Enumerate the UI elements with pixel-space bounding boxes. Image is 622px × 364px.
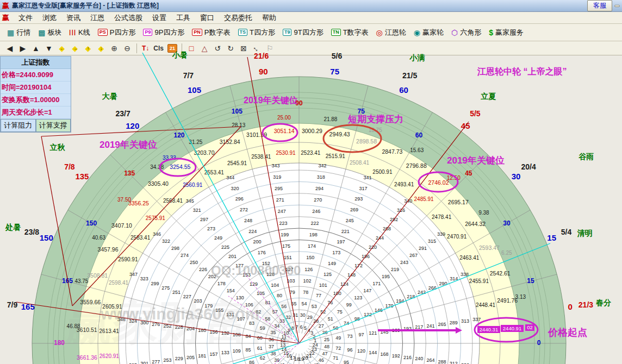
svg-text:341: 341 — [364, 175, 372, 180]
svg-text:3305.40: 3305.40 — [148, 180, 169, 187]
svg-text:21.88: 21.88 — [324, 116, 337, 122]
svg-text:178: 178 — [217, 281, 226, 286]
svg-text:180: 180 — [54, 339, 65, 347]
svg-text:15: 15 — [527, 277, 534, 285]
svg-text:小暑: 小暑 — [172, 51, 188, 59]
svg-text:2515.91: 2515.91 — [326, 153, 346, 159]
svg-text:275: 275 — [161, 285, 170, 291]
svg-text:271: 271 — [276, 197, 284, 203]
svg-text:325: 325 — [129, 362, 137, 364]
svg-text:102: 102 — [303, 278, 312, 284]
svg-text:313: 313 — [461, 318, 469, 324]
svg-text:34.38: 34.38 — [150, 164, 164, 170]
svg-text:短期支撑压力: 短期支撑压力 — [347, 114, 403, 124]
svg-text:149: 149 — [328, 261, 336, 266]
svg-text:299: 299 — [151, 281, 159, 286]
svg-text:3: 3 — [310, 330, 313, 336]
svg-text:226: 226 — [199, 267, 207, 272]
svg-text:7/7: 7/7 — [183, 71, 194, 80]
svg-text:谷雨: 谷雨 — [578, 152, 594, 161]
svg-text:195: 195 — [382, 274, 390, 279]
svg-text:217: 217 — [415, 324, 423, 330]
svg-text:264: 264 — [426, 357, 434, 363]
gann-wheel-chart[interactable]: 1234567891011121314151617181920212223242… — [0, 0, 622, 364]
svg-text:73: 73 — [347, 334, 352, 339]
svg-text:154: 154 — [227, 288, 235, 293]
svg-text:2470.91: 2470.91 — [447, 234, 467, 240]
svg-text:249: 249 — [214, 235, 222, 241]
svg-text:2530.91: 2530.91 — [276, 150, 296, 156]
svg-text:6: 6 — [300, 324, 302, 330]
info-row-3: 周天变化步长=1 — [1, 106, 71, 119]
svg-text:春分: 春分 — [595, 298, 611, 307]
svg-text:2545.91: 2545.91 — [227, 160, 247, 166]
info-row-1: 时间=20190104 — [1, 81, 71, 94]
svg-text:2463.41: 2463.41 — [459, 255, 480, 261]
info-row-0: 价格=2440.9099 — [1, 69, 71, 81]
svg-text:2644.32: 2644.32 — [465, 221, 486, 227]
svg-text:251: 251 — [172, 290, 181, 295]
svg-text:2695.17: 2695.17 — [448, 199, 469, 205]
svg-text:30: 30 — [503, 219, 511, 227]
instrument-title: 上证指数 — [1, 57, 71, 69]
svg-text:295: 295 — [275, 186, 283, 191]
svg-text:95: 95 — [344, 360, 349, 364]
svg-text:大暑: 大暑 — [102, 92, 117, 101]
svg-text:3.13: 3.13 — [515, 294, 526, 300]
svg-text:240: 240 — [415, 356, 423, 361]
svg-text:5/6: 5/6 — [332, 52, 343, 60]
svg-text:3203.70: 3203.70 — [194, 149, 215, 156]
svg-text:150: 150 — [86, 219, 97, 227]
svg-text:322: 322 — [162, 239, 170, 244]
svg-text:23/8: 23/8 — [24, 228, 39, 236]
calc-resistance-button[interactable]: 计算阻力 — [1, 119, 36, 132]
svg-text:3407.10: 3407.10 — [111, 222, 132, 229]
svg-text:129: 129 — [250, 281, 258, 287]
svg-text:2493.41: 2493.41 — [394, 181, 414, 187]
svg-text:3356.25: 3356.25 — [128, 200, 149, 206]
svg-text:151: 151 — [284, 255, 292, 260]
svg-text:133: 133 — [221, 350, 229, 355]
svg-text:294: 294 — [315, 186, 324, 191]
svg-text:269: 269 — [350, 207, 358, 212]
svg-text:120: 120 — [357, 348, 365, 354]
svg-text:105: 105 — [188, 85, 201, 95]
svg-text:2583.41: 2583.41 — [130, 235, 151, 241]
svg-text:3051.14: 3051.14 — [274, 128, 295, 134]
svg-text:2508.41: 2508.41 — [350, 160, 370, 166]
svg-text:价格起点: 价格起点 — [548, 327, 587, 338]
svg-text:46: 46 — [319, 357, 324, 363]
svg-text:120: 120 — [126, 121, 139, 130]
svg-text:0: 0 — [568, 302, 573, 311]
svg-text:29: 29 — [307, 315, 313, 320]
svg-text:347: 347 — [129, 272, 138, 277]
svg-text:2898.58: 2898.58 — [356, 138, 377, 145]
svg-text:53: 53 — [312, 304, 317, 309]
svg-text:25.00: 25.00 — [277, 115, 291, 121]
svg-text:赢家财富网: 赢家财富网 — [65, 296, 296, 348]
svg-text:6.25: 6.25 — [501, 250, 512, 256]
svg-text:60: 60 — [399, 85, 408, 95]
svg-text:317: 317 — [359, 186, 367, 191]
svg-text:2590.91: 2590.91 — [118, 256, 138, 262]
svg-text:24: 24 — [313, 342, 318, 348]
svg-text:135: 135 — [75, 172, 89, 181]
svg-text:298: 298 — [171, 246, 179, 251]
svg-text:277: 277 — [152, 359, 160, 364]
svg-text:72: 72 — [335, 346, 341, 351]
svg-text:219: 219 — [391, 267, 399, 272]
svg-text:147: 147 — [363, 288, 371, 293]
svg-text:2019年关键位: 2019年关键位 — [99, 140, 157, 150]
svg-text:345: 345 — [186, 198, 194, 204]
svg-text:86: 86 — [249, 360, 254, 364]
svg-text:175: 175 — [282, 243, 290, 249]
svg-text:9.38: 9.38 — [478, 210, 489, 216]
svg-text:323: 323 — [140, 276, 148, 281]
svg-text:250: 250 — [190, 260, 198, 265]
svg-text:272: 272 — [240, 207, 248, 212]
svg-text:60: 60 — [415, 131, 423, 139]
svg-text:267: 267 — [409, 253, 418, 258]
svg-text:立秋: 立秋 — [49, 143, 65, 152]
calc-support-button[interactable]: 计算支撑 — [36, 119, 71, 132]
svg-text:2598.41: 2598.41 — [109, 280, 129, 286]
